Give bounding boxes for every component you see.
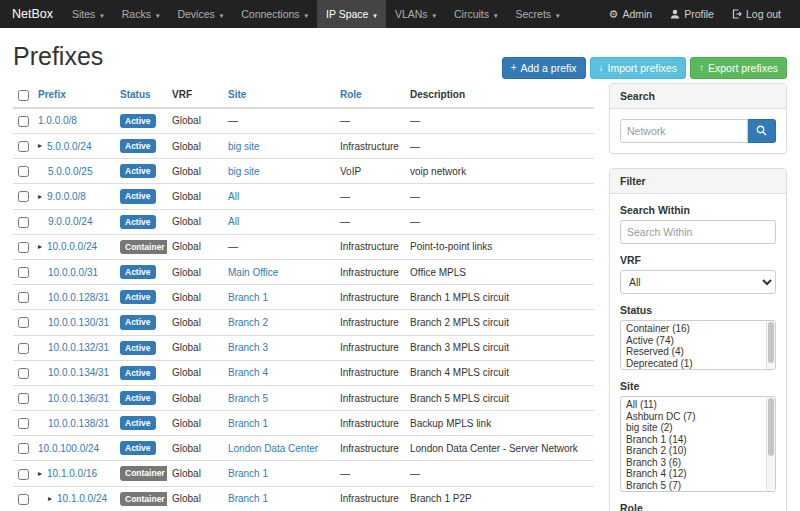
row-checkbox[interactable] — [18, 317, 29, 328]
status-badge: Container — [120, 240, 167, 254]
row-checkbox[interactable] — [18, 242, 29, 253]
select-all-checkbox[interactable] — [18, 90, 29, 101]
search-within-label: Search Within — [620, 204, 776, 216]
scrollbar-thumb[interactable] — [768, 322, 774, 363]
row-checkbox[interactable] — [18, 418, 29, 429]
prefix-link[interactable]: 10.0.0.138/31 — [48, 418, 109, 429]
row-checkbox[interactable] — [18, 469, 29, 480]
listbox-option[interactable]: Ashburn DC (7) — [621, 411, 775, 423]
status-badge: Active — [120, 416, 156, 430]
scrollbar[interactable] — [766, 397, 775, 491]
row-checkbox[interactable] — [18, 343, 29, 354]
prefix-link[interactable]: 10.1.0.0/24 — [57, 493, 107, 504]
prefix-link[interactable]: 10.0.0.130/31 — [48, 317, 109, 328]
vrf-select[interactable]: All — [620, 270, 776, 294]
listbox-option[interactable]: Active (74) — [621, 335, 775, 347]
prefix-link[interactable]: 5.0.0.0/24 — [47, 141, 91, 152]
site-link[interactable]: Branch 1 — [228, 418, 268, 429]
search-button[interactable] — [748, 119, 776, 143]
row-checkbox[interactable] — [18, 368, 29, 379]
search-input[interactable] — [620, 119, 748, 143]
column-header[interactable]: Status — [115, 83, 167, 108]
row-checkbox[interactable] — [18, 166, 29, 177]
site-link[interactable]: big site — [228, 141, 260, 152]
site-link[interactable]: Branch 4 — [228, 367, 268, 378]
prefix-link[interactable]: 10.0.100.0/24 — [38, 443, 99, 454]
prefix-link[interactable]: 10.0.0.134/31 — [48, 367, 109, 378]
site-link[interactable]: All — [228, 216, 239, 227]
table-row: ▸ 9.0.0.0/24 Active Global All — — — [13, 209, 594, 234]
site-link[interactable]: All — [228, 191, 239, 202]
listbox-option[interactable]: big site (2) — [621, 422, 775, 434]
nav-item-secrets[interactable]: Secrets ▾ — [506, 0, 568, 28]
row-checkbox[interactable] — [18, 267, 29, 278]
listbox-option[interactable]: Branch 5 (7) — [621, 480, 775, 492]
listbox-option[interactable]: Reserved (4) — [621, 346, 775, 358]
site-link[interactable]: Branch 1 — [228, 468, 268, 479]
prefix-link[interactable]: 10.0.0.132/31 — [48, 342, 109, 353]
nav-item-vlans[interactable]: VLANs ▾ — [386, 0, 445, 28]
search-icon — [756, 124, 767, 139]
role-value: Infrastructure — [335, 259, 405, 284]
listbox-option[interactable]: SC12-1-24 (0) — [621, 491, 775, 492]
site-link[interactable]: Branch 1 — [228, 292, 268, 303]
prefix-link[interactable]: 10.1.0.0/16 — [47, 468, 97, 479]
listbox-option[interactable]: Deprecated (1) — [621, 358, 775, 370]
listbox-option[interactable]: Branch 1 (14) — [621, 434, 775, 446]
prefix-link[interactable]: 10.0.0.0/31 — [48, 267, 98, 278]
listbox-option[interactable]: Branch 2 (10) — [621, 445, 775, 457]
nav-item-circuits[interactable]: Circuits ▾ — [445, 0, 506, 28]
site-link[interactable]: big site — [228, 166, 260, 177]
prefix-link[interactable]: 10.0.0.128/31 — [48, 292, 109, 303]
prefix-link[interactable]: 10.0.0.0/24 — [47, 241, 97, 252]
role-value: VoIP — [335, 159, 405, 184]
nav-item-connections[interactable]: Connections ▾ — [232, 0, 317, 28]
navbar-right: ⚙ Admin Profile Log out — [600, 0, 790, 28]
nav-item-ip-space[interactable]: IP Space ▾ — [317, 0, 386, 28]
nav-item-sites[interactable]: Sites ▾ — [63, 0, 113, 28]
export-prefixes-button[interactable]: ↑ Export prefixes — [690, 57, 787, 79]
site-link[interactable]: Branch 1 — [228, 493, 268, 504]
site-link[interactable]: Branch 2 — [228, 317, 268, 328]
nav-item-racks[interactable]: Racks ▾ — [113, 0, 169, 28]
scrollbar-thumb[interactable] — [768, 398, 774, 456]
site-link[interactable]: London Data Center — [228, 443, 318, 454]
row-checkbox[interactable] — [18, 494, 29, 505]
prefix-link[interactable]: 9.0.0.0/8 — [47, 191, 86, 202]
prefix-link[interactable]: 9.0.0.0/24 — [48, 216, 92, 227]
prefix-link[interactable]: 10.0.0.136/31 — [48, 393, 109, 404]
listbox-option[interactable]: Branch 3 (6) — [621, 457, 775, 469]
netbox-logo[interactable]: NetBox — [10, 0, 63, 28]
prefix-cell-content: ▸ 1.0.0.0/8 — [38, 115, 110, 126]
scrollbar[interactable] — [766, 321, 775, 369]
site-link[interactable]: Branch 3 — [228, 342, 268, 353]
search-within-input[interactable] — [620, 220, 776, 244]
row-checkbox[interactable] — [18, 217, 29, 228]
prefix-link[interactable]: 1.0.0.0/8 — [38, 115, 77, 126]
import-prefixes-button[interactable]: ↓ Import prefixes — [590, 57, 686, 79]
admin-link[interactable]: ⚙ Admin — [600, 0, 662, 28]
status-listbox[interactable]: Container (16)Active (74)Reserved (4)Dep… — [620, 320, 776, 370]
column-header[interactable]: Site — [223, 83, 335, 108]
row-checkbox[interactable] — [18, 443, 29, 454]
row-checkbox[interactable] — [18, 116, 29, 127]
site-listbox[interactable]: All (11)Ashburn DC (7)big site (2)Branch… — [620, 396, 776, 492]
prefix-cell-content: ▸ 5.0.0.0/25 — [38, 166, 110, 177]
listbox-option[interactable]: All (11) — [621, 399, 775, 411]
add-prefix-button[interactable]: + Add a prefix — [502, 57, 586, 79]
prefix-link[interactable]: 5.0.0.0/25 — [48, 166, 92, 177]
column-header[interactable]: Prefix — [33, 83, 115, 108]
column-header[interactable]: Role — [335, 83, 405, 108]
row-checkbox[interactable] — [18, 191, 29, 202]
row-checkbox[interactable] — [18, 292, 29, 303]
listbox-option[interactable]: Branch 4 (12) — [621, 468, 775, 480]
site-link[interactable]: Branch 5 — [228, 393, 268, 404]
logout-link[interactable]: Log out — [723, 0, 790, 28]
row-checkbox[interactable] — [18, 393, 29, 404]
profile-link[interactable]: Profile — [661, 0, 723, 28]
site-link[interactable]: Main Office — [228, 267, 278, 278]
listbox-option[interactable]: Container (16) — [621, 323, 775, 335]
row-checkbox[interactable] — [18, 141, 29, 152]
nav-item-devices[interactable]: Devices ▾ — [168, 0, 232, 28]
role-label: Role — [620, 502, 776, 511]
